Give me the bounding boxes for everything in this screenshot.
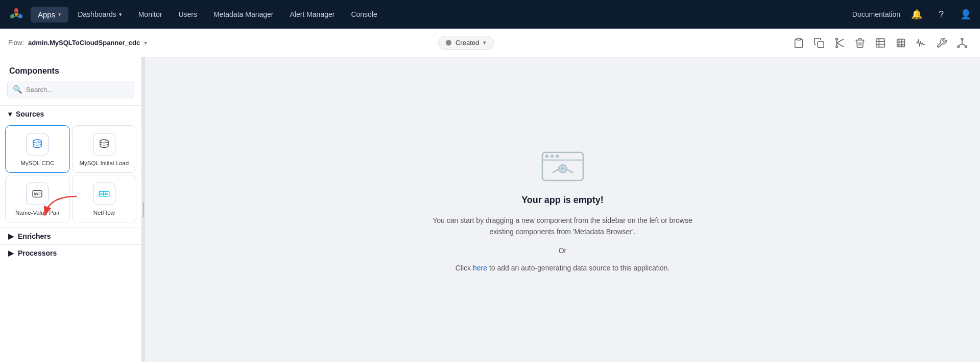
toolbar — [789, 33, 972, 53]
svg-point-30 — [100, 140, 108, 143]
svg-text:cisco: cisco — [100, 192, 108, 195]
canvas-area: Your app is empty! You can start by drag… — [145, 57, 980, 362]
mysql-initial-load-card[interactable]: MySQL Initial Load — [72, 125, 137, 173]
documentation-link[interactable]: Documentation — [852, 10, 900, 18]
subheader: Flow: admin.MySQLToCloudSpanner_cdc ▾ Cr… — [0, 29, 980, 57]
enrichers-section-header[interactable]: ▶ Enrichers — [0, 228, 141, 244]
apps-chevron-icon: ▾ — [58, 11, 61, 18]
here-link[interactable]: here — [473, 264, 487, 272]
svg-point-29 — [33, 140, 41, 143]
paste-button[interactable] — [789, 33, 808, 53]
status-dot-icon — [446, 40, 451, 46]
svg-point-41 — [545, 154, 548, 157]
sources-grid: MySQL CDC MySQL Initial Load — [0, 122, 141, 228]
svg-point-42 — [551, 154, 554, 157]
users-label: Users — [178, 10, 197, 18]
dashboards-label: Dashboards — [78, 10, 116, 18]
mysql-cdc-card[interactable]: MySQL CDC — [5, 125, 70, 173]
delete-button[interactable] — [850, 33, 870, 53]
svg-line-27 — [959, 43, 962, 46]
alert-manager-label: Alert Manager — [290, 10, 334, 18]
mysql-initial-load-icon — [93, 133, 115, 155]
flow-name: admin.MySQLToCloudSpanner_cdc — [28, 39, 140, 47]
empty-or: Or — [559, 246, 567, 255]
sidebar-title: Components — [0, 57, 141, 81]
app-logo — [6, 4, 27, 25]
topnav: Apps ▾ Dashboards ▾ Monitor Users Metada… — [0, 0, 980, 29]
metadata-manager-nav-item[interactable]: Metadata Manager — [206, 6, 281, 22]
flow-dropdown-chevron-icon[interactable]: ▾ — [144, 39, 147, 47]
processors-chevron-icon: ▶ — [8, 249, 14, 257]
search-input[interactable] — [26, 86, 129, 94]
processors-label: Processors — [18, 249, 57, 257]
apps-label: Apps — [38, 10, 55, 19]
copy-button[interactable] — [809, 33, 829, 53]
cut-button[interactable] — [830, 33, 849, 53]
name-value-pair-card[interactable]: NVP Name-Value Pair — [5, 175, 70, 222]
apps-button[interactable]: Apps ▾ — [31, 7, 68, 22]
user-profile-button[interactable]: 👤 — [958, 6, 974, 22]
processors-section-header[interactable]: ▶ Processors — [0, 244, 141, 261]
empty-description: You can start by dragging a new componen… — [430, 215, 696, 238]
monitor-label: Monitor — [138, 10, 162, 18]
sources-label: Sources — [16, 110, 44, 118]
svg-rect-7 — [797, 38, 800, 40]
console-label: Console — [351, 10, 377, 18]
netflow-icon: cisco — [93, 183, 115, 205]
svg-line-28 — [962, 43, 966, 46]
mysql-cdc-icon — [26, 133, 49, 155]
enrichers-label: Enrichers — [18, 232, 51, 240]
chart-button[interactable] — [891, 33, 911, 53]
netflow-card[interactable]: cisco NetFlow — [72, 175, 137, 222]
svg-text:NVP: NVP — [34, 192, 41, 196]
status-chevron-icon: ▾ — [483, 39, 486, 46]
dashboards-nav-item[interactable]: Dashboards ▾ — [70, 6, 129, 22]
sources-section-header[interactable]: ▾ Sources — [0, 105, 141, 122]
main-layout: Components 🔍 ▾ Sources MySQ — [0, 57, 980, 362]
dashboards-chevron-icon: ▾ — [119, 11, 122, 18]
monitor-nav-item[interactable]: Monitor — [131, 6, 170, 22]
alert-manager-nav-item[interactable]: Alert Manager — [282, 6, 342, 22]
status-badge[interactable]: Created ▾ — [438, 36, 494, 50]
enrichers-chevron-icon: ▶ — [8, 232, 14, 240]
status-text: Created — [456, 39, 479, 47]
empty-title: Your app is empty! — [521, 195, 604, 206]
svg-point-3 — [15, 13, 18, 16]
netflow-label: NetFlow — [93, 209, 115, 217]
waveform-button[interactable] — [912, 33, 931, 53]
svg-point-43 — [556, 154, 559, 157]
search-bar: 🔍 — [7, 81, 134, 98]
mysql-cdc-label: MySQL CDC — [20, 160, 54, 167]
help-button[interactable]: ? — [933, 6, 949, 22]
svg-rect-8 — [818, 41, 824, 48]
empty-canvas-icon — [540, 147, 586, 186]
search-icon: 🔍 — [13, 85, 22, 94]
mysql-initial-load-label: MySQL Initial Load — [79, 160, 129, 167]
flow-label: Flow: — [8, 39, 24, 47]
grid-button[interactable] — [871, 33, 890, 53]
empty-link-text: Click here to add an auto-generating dat… — [456, 264, 670, 272]
users-nav-item[interactable]: Users — [171, 6, 204, 22]
notifications-button[interactable]: 🔔 — [909, 6, 925, 22]
name-value-pair-label: Name-Value Pair — [15, 209, 60, 217]
sources-chevron-icon: ▾ — [8, 110, 12, 118]
wrench-button[interactable] — [932, 33, 951, 53]
metadata-manager-label: Metadata Manager — [213, 10, 274, 18]
name-value-pair-icon: NVP — [26, 183, 49, 205]
console-nav-item[interactable]: Console — [344, 6, 384, 22]
sidebar: Components 🔍 ▾ Sources MySQ — [0, 57, 142, 362]
topnav-right: Documentation 🔔 ? 👤 — [852, 6, 974, 22]
svg-rect-14 — [876, 38, 885, 47]
svg-rect-18 — [897, 39, 905, 47]
hierarchy-button[interactable] — [952, 33, 972, 53]
